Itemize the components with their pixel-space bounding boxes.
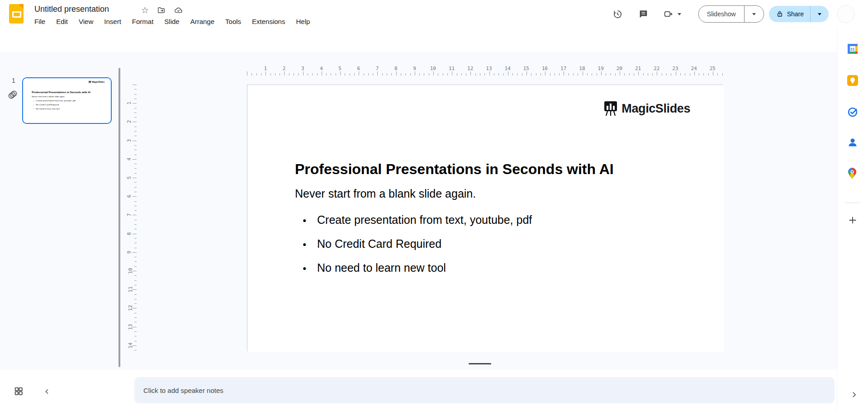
ruler-tick — [498, 73, 499, 76]
google-keep-icon[interactable] — [847, 75, 859, 86]
ruler-number: 22 — [654, 66, 659, 71]
get-addons-plus-icon[interactable] — [848, 215, 858, 225]
ruler-number: 17 — [560, 66, 566, 71]
share-button[interactable]: Share — [787, 10, 804, 18]
slides-app-logo[interactable] — [9, 4, 24, 24]
menu-extensions[interactable]: Extensions — [247, 16, 290, 27]
google-tasks-icon[interactable] — [847, 106, 859, 118]
ruler-tick — [559, 73, 560, 76]
user-avatar[interactable] — [837, 5, 855, 23]
menu-tools[interactable]: Tools — [220, 16, 247, 27]
menu-help[interactable]: Help — [290, 16, 315, 27]
ruler-number: 14 — [505, 66, 511, 71]
ruler-tick — [429, 73, 429, 76]
filmstrip-scrollbar[interactable] — [119, 68, 120, 367]
slide-canvas[interactable]: MagicSlides Professional Presentations i… — [247, 85, 723, 351]
side-panel-divider — [845, 203, 860, 203]
logo-fold — [19, 4, 24, 9]
ruler-number: 24 — [691, 66, 697, 71]
bullet-text: No need to learn new tool — [36, 108, 59, 110]
slide-subtitle[interactable]: Never start from a blank slide again. — [295, 187, 476, 200]
ruler-tick — [708, 73, 709, 76]
slide-bullet-list[interactable]: ●Create presentation from text, youtube,… — [33, 99, 75, 111]
bullet-item[interactable]: ●No need to learn new tool — [33, 107, 75, 111]
slide-title[interactable]: Professional Presentations in Seconds wi… — [32, 91, 90, 94]
google-maps-icon[interactable] — [847, 167, 858, 179]
ruler-tick — [522, 73, 522, 76]
menu-format[interactable]: Format — [127, 16, 159, 27]
ruler-tick — [470, 71, 471, 76]
ruler-number: 4 — [126, 157, 132, 161]
slideshow-dropdown[interactable] — [744, 6, 764, 22]
ruler-tick — [382, 73, 383, 76]
ruler-tick — [134, 224, 137, 225]
camera-dropdown-caret[interactable] — [678, 13, 681, 15]
ruler-tick — [134, 210, 137, 211]
document-title[interactable]: Untitled presentation — [34, 5, 109, 14]
ruler-tick — [694, 71, 695, 76]
slide-subtitle[interactable]: Never start from a blank slide again. — [32, 95, 65, 98]
menu-file[interactable]: File — [29, 16, 51, 27]
version-history-icon[interactable] — [612, 9, 623, 19]
slideshow-button[interactable]: Slideshow — [699, 10, 744, 18]
ruler-tick — [624, 73, 625, 76]
ruler-number: 10 — [128, 268, 133, 274]
bullet-text: No need to learn new tool — [317, 261, 446, 274]
speaker-notes-input[interactable]: Click to add speaker notes — [134, 377, 835, 403]
menu-insert[interactable]: Insert — [99, 16, 127, 27]
ruler-tick — [134, 280, 137, 281]
ruler-tick — [133, 215, 137, 215]
ruler-tick — [350, 73, 350, 76]
move-folder-icon[interactable] — [157, 6, 166, 14]
bullet-item[interactable]: ●No Credit Card Required — [303, 232, 532, 256]
ruler-tick — [134, 243, 137, 243]
grid-view-icon[interactable] — [14, 386, 24, 396]
magicslides-logo-text: MagicSlides — [92, 81, 104, 83]
notes-resize-handle[interactable] — [469, 363, 491, 364]
slide-thumbnail[interactable]: MagicSlides Professional Presentations i… — [22, 77, 112, 124]
transition-indicator-icon — [7, 89, 19, 100]
ruler-tick — [256, 73, 257, 76]
menu-arrange[interactable]: Arrange — [185, 16, 220, 27]
bullet-item[interactable]: ●Create presentation from text, youtube,… — [33, 99, 75, 103]
bullet-item[interactable]: ●No Credit Card Required — [33, 103, 75, 107]
ruler-number: 1 — [264, 66, 267, 71]
menu-edit[interactable]: Edit — [51, 16, 73, 27]
menu-view[interactable]: View — [73, 16, 99, 27]
bullet-dot: ● — [33, 104, 34, 105]
open-panel-icon[interactable] — [850, 391, 858, 399]
slide-thumbnail-content: MagicSlides Professional Presentations i… — [23, 78, 111, 123]
ruler-tick — [134, 317, 137, 318]
google-calendar-icon[interactable]: 31 — [847, 43, 859, 55]
slide-bullet-list[interactable]: ●Create presentation from text, youtube,… — [303, 208, 532, 280]
star-icon[interactable]: ☆ — [141, 6, 149, 14]
ruler-tick — [447, 73, 448, 76]
slide-title[interactable]: Professional Presentations in Seconds wi… — [295, 161, 614, 178]
ruler-number: 23 — [672, 66, 678, 71]
share-dropdown[interactable] — [810, 6, 829, 22]
ruler-tick — [494, 73, 494, 76]
ruler-tick — [134, 275, 137, 276]
ruler-tick — [134, 192, 137, 192]
meet-camera-button[interactable] — [664, 9, 681, 19]
ruler-number: 9 — [126, 250, 132, 254]
google-contacts-icon[interactable] — [847, 137, 859, 148]
ruler-tick — [606, 73, 606, 76]
ruler-tick — [508, 71, 508, 76]
ruler-tick — [680, 73, 681, 76]
cloud-saved-icon[interactable] — [174, 6, 183, 14]
bullet-item[interactable]: ●Create presentation from text, youtube,… — [303, 208, 532, 232]
ruler-number: 6 — [357, 66, 360, 71]
comments-icon[interactable] — [638, 9, 648, 19]
ruler-tick — [671, 73, 671, 76]
menu-slide[interactable]: Slide — [159, 16, 185, 27]
ruler-tick — [364, 73, 364, 76]
collapse-filmstrip-icon[interactable] — [43, 388, 51, 395]
bullet-item[interactable]: ●No need to learn new tool — [303, 256, 532, 280]
ruler-tick — [322, 71, 322, 76]
ruler-tick — [629, 73, 630, 76]
bullet-dot: ● — [303, 241, 309, 248]
ruler-tick — [531, 73, 531, 76]
ruler-tick — [134, 341, 137, 341]
ruler-tick — [134, 99, 137, 99]
